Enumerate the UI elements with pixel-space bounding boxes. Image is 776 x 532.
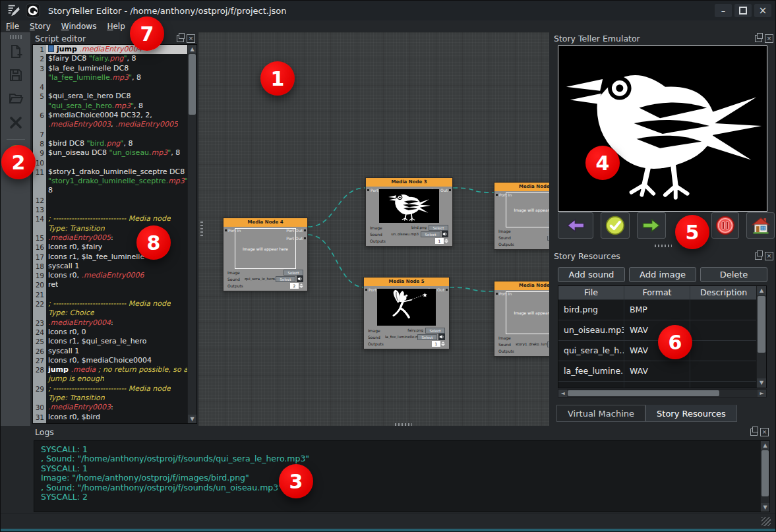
pause-button[interactable]	[711, 212, 739, 239]
select-sound-button[interactable]: Select	[421, 231, 440, 237]
scroll-down-icon[interactable]: ▼	[757, 378, 766, 388]
close-icon[interactable]: ×	[765, 252, 773, 260]
menu-item-story[interactable]: Story	[24, 22, 56, 31]
column-header-format[interactable]: Format	[624, 286, 690, 299]
minimize-button[interactable]: –	[715, 4, 732, 17]
node-title-bar[interactable]: Media Node 1	[494, 183, 549, 191]
code-line[interactable]: 10	[33, 158, 196, 167]
code-line[interactable]: 2$fairy DC8 "fairy.png", 8	[33, 54, 196, 63]
select-sound-button[interactable]: Select	[276, 276, 295, 282]
code-line[interactable]: jump is enough	[33, 374, 196, 384]
code-line[interactable]: .mediaEntry0003, .mediaEntry0005	[33, 120, 196, 129]
table-row[interactable]: fairy.pngBMP	[558, 382, 766, 388]
select-image-button[interactable]: Select	[429, 225, 448, 231]
splitter-left[interactable]	[200, 222, 203, 236]
code-line[interactable]: 11$story1_drako_luminelle_sceptre DC8	[33, 167, 196, 177]
menu-item-windows[interactable]: Windows	[56, 22, 102, 31]
scroll-down-icon[interactable]: ▼	[761, 503, 769, 512]
code-line[interactable]: 3$la_fee_luminelle DC8	[33, 64, 196, 73]
toolbar-open-folder-button[interactable]	[5, 90, 26, 110]
column-header-file[interactable]: File	[558, 286, 624, 299]
media-node[interactable]: Media Node 5Port InPort OutImagefairy.pn…	[363, 277, 450, 349]
tab-story-resources[interactable]: Story Resources	[645, 405, 737, 422]
code-line[interactable]: 20ret	[33, 280, 196, 289]
tab-virtual-machine[interactable]: Virtual Machine	[556, 405, 645, 422]
home-button[interactable]	[746, 212, 775, 239]
node-title-bar[interactable]: Media Node 3	[366, 178, 452, 187]
media-node[interactable]: Media Node 4Port InPort OutPort OutImage…	[223, 218, 308, 291]
code-line[interactable]: 18syscall 1	[33, 262, 196, 271]
scroll-left-icon[interactable]: ◄	[558, 390, 567, 397]
code-line[interactable]: 9$un_oiseau DC8 "un_oiseau.mp3", 8	[33, 148, 196, 158]
node-title-bar[interactable]: Media Node 5	[364, 278, 449, 286]
outputs-spinner[interactable]: 2	[290, 283, 303, 289]
float-icon[interactable]	[755, 252, 762, 260]
code-line[interactable]: 24lcons r0, 0	[33, 328, 196, 337]
scroll-up-icon[interactable]: ▲	[757, 286, 766, 295]
toolbar-new-document-button[interactable]	[5, 43, 26, 63]
outputs-spinner[interactable]: 1	[435, 238, 448, 244]
code-line[interactable]: 31lcons r0, $bird	[33, 413, 196, 422]
logs-output[interactable]: SYSCALL: 1, Sound: "/home/anthony/ostpro…	[34, 440, 770, 512]
code-line[interactable]: 29; ---------------------------- Media n…	[33, 384, 196, 394]
scroll-up-icon[interactable]: ▲	[188, 45, 196, 53]
speaker-icon[interactable]	[297, 276, 303, 282]
add-sound-button[interactable]: Add sound	[558, 267, 625, 282]
scroll-thumb[interactable]	[568, 390, 719, 396]
code-line[interactable]: 28jump .media ; no return possible, so a	[33, 365, 196, 374]
code-line[interactable]: 32lcons r1, $un_oiseau	[33, 422, 196, 424]
scroll-up-icon[interactable]: ▲	[761, 441, 769, 450]
speaker-icon[interactable]	[438, 334, 445, 340]
menu-item-help[interactable]: Help	[102, 22, 130, 31]
code-line[interactable]: 7	[33, 130, 196, 139]
code-line[interactable]: 6$mediaChoice0004 DC32, 2,	[33, 111, 196, 120]
media-node[interactable]: Media Node 3Port InPort OutImagebird.png…	[365, 177, 453, 247]
splitter-emulator[interactable]	[655, 245, 672, 247]
table-scrollbar[interactable]: ▲ ▼	[756, 286, 766, 388]
next-button[interactable]	[637, 212, 666, 239]
editor-scrollbar[interactable]: ▲ ▼	[187, 45, 196, 423]
delete-button[interactable]: Delete	[700, 267, 767, 282]
close-icon[interactable]: ×	[765, 34, 773, 43]
table-row[interactable]: bird.pngBMP	[558, 300, 766, 320]
scroll-thumb[interactable]	[189, 54, 196, 115]
code-line[interactable]: 4	[33, 82, 196, 92]
close-icon[interactable]: ×	[760, 428, 769, 436]
float-icon[interactable]	[750, 429, 758, 436]
node-title-bar[interactable]: Media Node 4	[224, 218, 307, 227]
close-button[interactable]: ×	[754, 4, 771, 17]
select-image-button[interactable]: Select	[284, 270, 303, 276]
table-hscrollbar[interactable]: ◄ ►	[558, 389, 767, 398]
logs-scrollbar[interactable]: ▲ ▼	[760, 441, 769, 512]
add-image-button[interactable]: Add image	[629, 267, 696, 282]
code-line[interactable]: 25lcons r1, $qui_sera_le_hero	[33, 337, 196, 346]
code-line[interactable]: 30.mediaEntry0003:	[33, 403, 196, 412]
column-header-description[interactable]: Description	[690, 286, 758, 299]
float-icon[interactable]	[177, 35, 184, 42]
code-line[interactable]: 13	[33, 205, 196, 214]
code-line[interactable]: Type: Choice	[33, 309, 196, 318]
code-line[interactable]: 17lcons r1, $la_fee_luminelle	[33, 252, 196, 262]
toolbar-delete-button[interactable]	[5, 114, 26, 134]
media-node[interactable]: Media Node 1Port InPort OutImage will ap…	[494, 182, 549, 250]
maximize-button[interactable]	[734, 4, 752, 17]
code-line[interactable]: 12	[33, 196, 196, 205]
node-title-bar[interactable]: Media Node 6	[494, 281, 549, 290]
code-line[interactable]: 8	[33, 186, 196, 195]
code-line[interactable]: 27lcons r0, $mediaChoice0004	[33, 356, 196, 365]
select-sound-button[interactable]: Select	[417, 334, 437, 340]
menu-item-file[interactable]: File	[1, 22, 24, 31]
close-icon[interactable]: ×	[187, 34, 195, 43]
code-line[interactable]: "qui_sera_le_hero.mp3", 8	[33, 102, 196, 111]
scroll-thumb[interactable]	[758, 296, 765, 353]
code-line[interactable]: 22; ---------------------------- Media n…	[33, 299, 196, 309]
scroll-thumb[interactable]	[761, 450, 769, 496]
toolbar-save-button[interactable]	[5, 67, 26, 86]
media-node[interactable]: Media Node 6Port InPort OutImage will ap…	[494, 281, 549, 357]
scroll-down-icon[interactable]: ▼	[188, 415, 196, 423]
code-line[interactable]: Type: Transition	[33, 224, 196, 233]
code-line[interactable]: "story1_drako_luminelle_sceptre.mp3",	[33, 177, 196, 186]
previous-button[interactable]	[558, 212, 593, 239]
code-line[interactable]: 1jump .mediaEntry0004	[33, 45, 196, 54]
code-line[interactable]: 15.mediaEntry0005:	[33, 233, 196, 243]
